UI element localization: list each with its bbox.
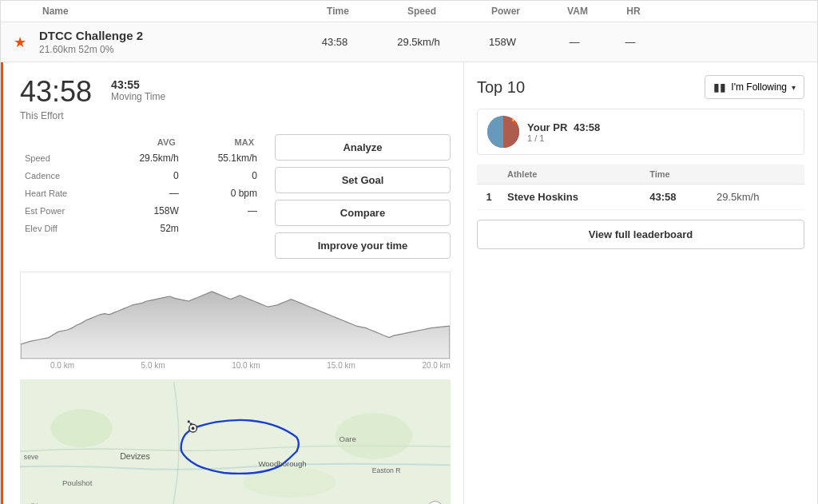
- rank-cell: 1: [477, 185, 501, 210]
- x-label: 20.0 km: [422, 361, 451, 370]
- stats-table: AVG MAX Speed 29.5km/h 55.1km/hCadence 0…: [20, 134, 262, 259]
- svg-text:Easton R: Easton R: [372, 466, 401, 474]
- stat-avg: 158W: [105, 203, 182, 219]
- leaderboard-table: Athlete Time 1 Steve Hoskins 43:58 29.5k…: [477, 165, 804, 210]
- bar-chart-icon: ▮▮: [713, 81, 726, 93]
- stat-label: Heart Rate: [22, 185, 104, 201]
- compare-button[interactable]: Compare: [275, 200, 451, 226]
- athlete-header: Athlete: [501, 165, 643, 185]
- svg-rect-19: [487, 116, 503, 148]
- x-label: 10.0 km: [232, 361, 260, 370]
- leaderboard-row: 1 Steve Hoskins 43:58 29.5km/h: [477, 185, 804, 210]
- svg-point-1: [51, 409, 113, 447]
- stat-row: Elev Diff 52m: [22, 220, 260, 236]
- time-header: Time: [643, 165, 710, 185]
- stat-label: Speed: [22, 150, 104, 166]
- header-name: Name: [42, 6, 298, 17]
- time-cell: 43:58: [643, 185, 710, 210]
- svg-rect-7: [188, 421, 190, 423]
- svg-text:seve: seve: [24, 453, 38, 461]
- header-power: Power: [466, 6, 546, 17]
- right-panel: Top 10 ▮▮ I'm Following ▾ PR: [464, 62, 817, 504]
- table-headers: Name Time Speed Power VAM HR: [1, 1, 817, 22]
- star-icon[interactable]: ★: [14, 34, 26, 51]
- stat-max: [184, 220, 260, 236]
- top10-title: Top 10: [477, 78, 525, 97]
- stat-row: Est Power 158W —: [22, 203, 260, 219]
- pr-block: PR Your PR 43:58 1 / 1: [477, 109, 804, 155]
- following-button[interactable]: ▮▮ I'm Following ▾: [705, 75, 804, 99]
- dropdown-chevron-icon: ▾: [792, 83, 796, 92]
- header-time: Time: [298, 6, 378, 17]
- header-speed: Speed: [378, 6, 466, 17]
- chart-wrapper: 160 m140 m120 m100 m80 m: [20, 272, 451, 370]
- pr-rank: 1 / 1: [527, 133, 794, 143]
- moving-time-block: 43:55 Moving Time: [111, 75, 165, 102]
- header-vam: VAM: [546, 6, 610, 17]
- stat-row: Speed 29.5km/h 55.1km/h: [22, 150, 260, 166]
- segment-hr: —: [606, 36, 654, 48]
- segment-vam: —: [542, 36, 606, 48]
- segment-speed: 29.5km/h: [375, 36, 463, 48]
- action-buttons: AnalyzeSet GoalCompareImprove your time: [275, 134, 451, 259]
- stat-avg: —: [105, 185, 182, 201]
- segment-meta: 21.60km 52m 0%: [39, 44, 295, 55]
- svg-text:Woodborough: Woodborough: [258, 459, 306, 468]
- effort-time-block: 43:58 This Effort: [20, 75, 92, 121]
- svg-text:Devizes: Devizes: [120, 451, 150, 461]
- moving-time-value: 43:55: [111, 78, 165, 91]
- stat-row: Heart Rate — 0 bpm: [22, 185, 260, 201]
- x-label: 5.0 km: [141, 361, 165, 370]
- moving-time-label: Moving Time: [111, 91, 165, 102]
- main-content: 43:58 This Effort 43:55 Moving Time: [1, 62, 817, 504]
- header-hr: HR: [610, 6, 657, 17]
- pr-badge: PR: [511, 116, 519, 124]
- segment-name-col: DTCC Challenge 2 21.60km 52m 0%: [39, 29, 295, 55]
- effort-time: 43:58: [20, 75, 92, 109]
- segment-time: 43:58: [295, 36, 375, 48]
- stat-max: 55.1km/h: [184, 150, 260, 166]
- stat-max: —: [184, 203, 260, 219]
- map-container: i Devizes Poulshot Woodborough Oare East…: [20, 379, 451, 504]
- stat-label: Est Power: [22, 203, 104, 219]
- segment-name: DTCC Challenge 2: [39, 29, 295, 42]
- left-panel: 43:58 This Effort 43:55 Moving Time: [1, 62, 464, 504]
- x-label: 0.0 km: [50, 361, 74, 370]
- stat-avg: 0: [105, 168, 182, 184]
- analyze-button[interactable]: Analyze: [275, 134, 451, 161]
- stats-and-buttons: AVG MAX Speed 29.5km/h 55.1km/hCadence 0…: [20, 134, 451, 259]
- improve-button[interactable]: Improve your time: [275, 232, 451, 259]
- segment-row: ★ DTCC Challenge 2 21.60km 52m 0% 43:58 …: [1, 22, 817, 62]
- this-effort-label: This Effort: [20, 110, 92, 121]
- set_goal-button[interactable]: Set Goal: [275, 167, 451, 193]
- stat-max: 0: [184, 168, 260, 184]
- svg-text:Poulshot: Poulshot: [62, 478, 93, 487]
- chart-x-labels: 0.0 km5.0 km10.0 km15.0 km20.0 km: [20, 361, 451, 370]
- svg-point-3: [243, 466, 336, 498]
- segment-power: 158W: [463, 36, 542, 48]
- stat-label: Elev Diff: [22, 220, 104, 236]
- stat-avg: 29.5km/h: [105, 150, 182, 166]
- following-label: I'm Following: [731, 81, 787, 93]
- svg-point-5: [192, 427, 195, 430]
- stat-label: Cadence: [22, 168, 104, 184]
- avg-header: AVG: [105, 136, 182, 149]
- orange-accent-bar: [1, 62, 3, 504]
- view-full-leaderboard-button[interactable]: View full leaderboard: [477, 220, 804, 249]
- pr-avatar: PR: [487, 116, 519, 148]
- pr-label: Your PR 43:58: [527, 121, 794, 133]
- max-header: MAX: [184, 136, 260, 149]
- effort-header: 43:58 This Effort 43:55 Moving Time: [20, 75, 451, 121]
- svg-rect-8: [190, 423, 193, 425]
- stat-max: 0 bpm: [184, 185, 260, 201]
- svg-text:Oare: Oare: [339, 435, 355, 443]
- page-wrapper: Name Time Speed Power VAM HR ★ DTCC Chal…: [0, 0, 818, 504]
- stat-row: Cadence 0 0: [22, 168, 260, 184]
- stat-avg: 52m: [105, 220, 182, 236]
- speed-cell: 29.5km/h: [710, 185, 804, 210]
- pr-info: Your PR 43:58 1 / 1: [527, 121, 794, 143]
- top10-header: Top 10 ▮▮ I'm Following ▾: [477, 75, 804, 99]
- elevation-chart: [20, 272, 451, 359]
- athlete-name-cell: Steve Hoskins: [501, 185, 643, 210]
- x-label: 15.0 km: [327, 361, 355, 370]
